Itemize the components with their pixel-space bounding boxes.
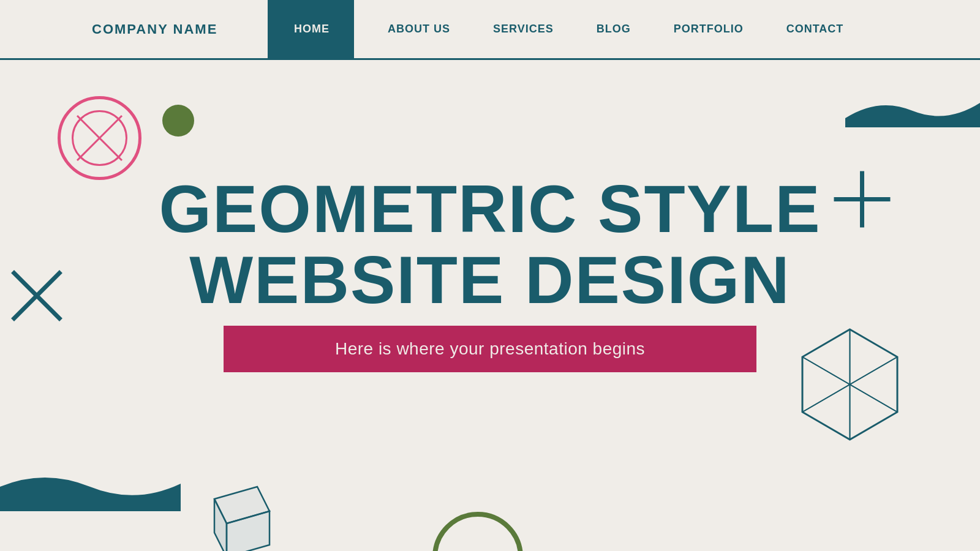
nav-item-home[interactable]: HOME [270, 0, 354, 58]
wave-top-right-decoration [845, 94, 980, 127]
green-dot-decoration [162, 105, 194, 137]
green-arc-decoration [429, 462, 527, 551]
subtitle-bar: Here is where your presentation begins [224, 326, 756, 372]
headline-line2: WEBSITE DESIGN [0, 244, 980, 315]
wave-bottom-left-decoration [0, 468, 181, 511]
hero-headline: GEOMETRIC STYLE WEBSITE DESIGN Here is w… [0, 173, 980, 372]
circle-x-decoration [55, 94, 144, 182]
subtitle-text: Here is where your presentation begins [335, 339, 645, 358]
nav-home-label: HOME [294, 23, 330, 36]
nav-item-blog[interactable]: BLOG [575, 23, 652, 36]
nav-item-contact[interactable]: CONTACT [765, 23, 865, 36]
nav-item-portfolio[interactable]: PORTFOLIO [652, 23, 765, 36]
svg-line-20 [850, 384, 898, 412]
snowflake-icon [18, 14, 49, 45]
main-content: GEOMETRIC STYLE WEBSITE DESIGN Here is w… [0, 60, 980, 551]
svg-line-19 [802, 384, 850, 412]
logo-area [0, 0, 67, 58]
nav-item-services[interactable]: SERVICES [472, 23, 575, 36]
company-name-area: COMPANY NAME [67, 0, 270, 58]
navigation: COMPANY NAME HOME ABOUT US SERVICES BLOG… [0, 0, 980, 60]
box-decoration [196, 462, 276, 551]
nav-item-about[interactable]: ABOUT US [366, 23, 472, 36]
company-name-text: COMPANY NAME [92, 21, 217, 37]
nav-links-container: ABOUT US SERVICES BLOG PORTFOLIO CONTACT [354, 0, 980, 58]
headline-line1: GEOMETRIC STYLE [0, 173, 980, 244]
